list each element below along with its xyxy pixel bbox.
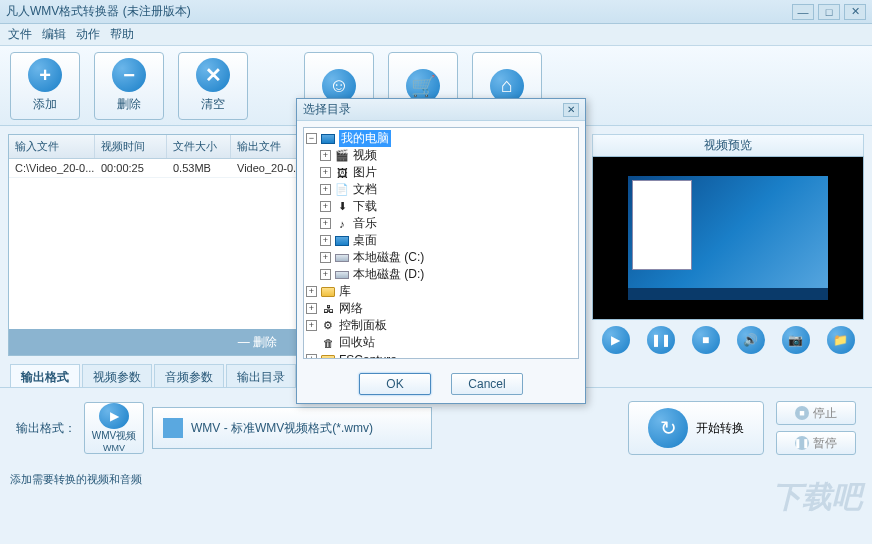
- stop-button[interactable]: ■: [692, 326, 720, 354]
- tree-fscapture[interactable]: +FSCapture: [306, 351, 576, 359]
- dialog-close-button[interactable]: ✕: [563, 103, 579, 117]
- tree-video[interactable]: +🎬视频: [306, 147, 576, 164]
- minimize-button[interactable]: —: [792, 4, 814, 20]
- video-preview: 视频预览 ▶ ❚❚ ■ 🔊 📷 📁: [592, 134, 864, 356]
- pause-button[interactable]: ❚❚: [647, 326, 675, 354]
- app-title: 凡人WMV格式转换器 (未注册版本): [6, 3, 792, 20]
- music-icon: ♪: [334, 217, 350, 231]
- tab-video-params[interactable]: 视频参数: [82, 364, 152, 387]
- refresh-icon: ↻: [648, 408, 688, 448]
- play-button[interactable]: ▶: [602, 326, 630, 354]
- plus-icon: +: [28, 58, 62, 92]
- video-icon: 🎬: [334, 149, 350, 163]
- recycle-icon: 🗑: [320, 336, 336, 350]
- folder-icon: [321, 355, 335, 360]
- control-icon: ⚙: [320, 319, 336, 333]
- drive-icon: [335, 254, 349, 262]
- menubar: 文件 编辑 动作 帮助: [0, 24, 872, 46]
- stop-icon: ■: [795, 406, 809, 420]
- close-button[interactable]: ✕: [844, 4, 866, 20]
- maximize-button[interactable]: □: [818, 4, 840, 20]
- x-icon: ✕: [196, 58, 230, 92]
- preview-thumbnail: [628, 176, 828, 300]
- tab-output-dir[interactable]: 输出目录: [226, 364, 296, 387]
- wmv-format-button[interactable]: ▶ WMV视频 WMV: [84, 402, 144, 454]
- library-icon: [321, 287, 335, 297]
- pause-icon: ❚❚: [795, 436, 809, 450]
- downloads-icon: ⬇: [334, 200, 350, 214]
- dialog-titlebar: 选择目录 ✕: [297, 99, 585, 121]
- network-icon: 🖧: [320, 302, 336, 316]
- tree-desktop[interactable]: +桌面: [306, 232, 576, 249]
- pause-convert-button[interactable]: ❚❚暂停: [776, 431, 856, 455]
- menu-action[interactable]: 动作: [76, 26, 100, 43]
- folder-button[interactable]: 📁: [827, 326, 855, 354]
- menu-help[interactable]: 帮助: [110, 26, 134, 43]
- format-icon: [163, 418, 183, 438]
- pictures-icon: 🖼: [334, 166, 350, 180]
- monitor-icon: [321, 134, 335, 144]
- delete-button[interactable]: −删除: [94, 52, 164, 120]
- tree-pictures[interactable]: +🖼图片: [306, 164, 576, 181]
- start-convert-button[interactable]: ↻ 开始转换: [628, 401, 764, 455]
- tree-library[interactable]: +库: [306, 283, 576, 300]
- add-button[interactable]: +添加: [10, 52, 80, 120]
- footer-delete[interactable]: — 删除: [238, 334, 277, 351]
- menu-edit[interactable]: 编辑: [42, 26, 66, 43]
- stop-convert-button[interactable]: ■停止: [776, 401, 856, 425]
- tab-audio-params[interactable]: 音频参数: [154, 364, 224, 387]
- tree-drive-c[interactable]: +本地磁盘 (C:): [306, 249, 576, 266]
- window-buttons: — □ ✕: [792, 4, 866, 20]
- col-output-file[interactable]: 输出文件: [231, 135, 301, 158]
- dialog-title: 选择目录: [303, 101, 351, 118]
- preview-canvas: [592, 156, 864, 320]
- status-bar: 添加需要转换的视频和音频: [0, 468, 872, 490]
- menu-file[interactable]: 文件: [8, 26, 32, 43]
- tree-control-panel[interactable]: +⚙控制面板: [306, 317, 576, 334]
- tree-my-computer[interactable]: −我的电脑: [306, 130, 576, 147]
- tab-output-format[interactable]: 输出格式: [10, 364, 80, 387]
- directory-tree[interactable]: −我的电脑 +🎬视频 +🖼图片 +📄文档 +⬇下载 +♪音乐 +桌面 +本地磁盘…: [303, 127, 579, 359]
- desktop-icon: [335, 236, 349, 246]
- dialog-ok-button[interactable]: OK: [359, 373, 431, 395]
- tree-music[interactable]: +♪音乐: [306, 215, 576, 232]
- volume-button[interactable]: 🔊: [737, 326, 765, 354]
- format-select[interactable]: WMV - 标准WMV视频格式(*.wmv): [152, 407, 432, 449]
- minus-icon: −: [112, 58, 146, 92]
- play-icon: ▶: [99, 403, 129, 429]
- preview-title: 视频预览: [592, 134, 864, 156]
- clear-button[interactable]: ✕清空: [178, 52, 248, 120]
- snapshot-button[interactable]: 📷: [782, 326, 810, 354]
- drive-icon: [335, 271, 349, 279]
- select-directory-dialog: 选择目录 ✕ −我的电脑 +🎬视频 +🖼图片 +📄文档 +⬇下载 +♪音乐 +桌…: [296, 98, 586, 404]
- tree-network[interactable]: +🖧网络: [306, 300, 576, 317]
- tree-drive-d[interactable]: +本地磁盘 (D:): [306, 266, 576, 283]
- dialog-cancel-button[interactable]: Cancel: [451, 373, 523, 395]
- col-file-size[interactable]: 文件大小: [167, 135, 231, 158]
- col-input-file[interactable]: 输入文件: [9, 135, 95, 158]
- tree-documents[interactable]: +📄文档: [306, 181, 576, 198]
- documents-icon: 📄: [334, 183, 350, 197]
- col-video-time[interactable]: 视频时间: [95, 135, 167, 158]
- tree-downloads[interactable]: +⬇下载: [306, 198, 576, 215]
- output-format-label: 输出格式：: [16, 420, 76, 437]
- tree-recycle[interactable]: 🗑回收站: [306, 334, 576, 351]
- titlebar: 凡人WMV格式转换器 (未注册版本) — □ ✕: [0, 0, 872, 24]
